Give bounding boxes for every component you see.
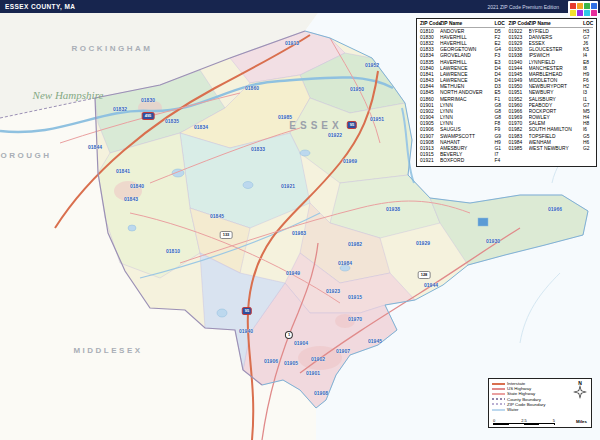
- zip-label-01832: 01832: [113, 106, 127, 112]
- page-title: ESSEX COUNTY, MA: [5, 3, 75, 10]
- legend-swatch: [492, 398, 505, 400]
- zip-label-01835: 01835: [165, 118, 179, 124]
- zip-code-table: ZIP CodeZIP NameLOC01810ANDOVERD501830HA…: [416, 18, 597, 167]
- zip-label-01913: 01913: [285, 40, 299, 46]
- legend-item: Water: [492, 407, 588, 412]
- highway-shield-495: 495: [142, 112, 155, 120]
- zip-label-01845: 01845: [210, 213, 224, 219]
- scale-bar-segments: [493, 423, 555, 426]
- zip-col-header: LOC: [583, 21, 593, 27]
- region-label: ESSEX: [289, 120, 342, 131]
- zip-label-01950: 01950: [350, 86, 364, 92]
- logo-cell: [591, 10, 597, 16]
- zip-table-column: ZIP CodeZIP NameLOC01810ANDOVERD501830HA…: [420, 21, 505, 164]
- map-document: ESSEX COUNTY, MA 2021 ZIP Code Premium E…: [0, 0, 600, 440]
- zip-col-header: LOC: [495, 21, 505, 27]
- zip-label-01901: 01901: [306, 370, 320, 376]
- logo-cell: [570, 10, 576, 16]
- zip-label-01930: 01930: [486, 238, 500, 244]
- zip-col-header: ZIP Name: [440, 21, 495, 27]
- brand-logo: [568, 1, 598, 17]
- edition-label: 2021 ZIP Code Premium Edition: [487, 4, 559, 10]
- compass-rose: N: [572, 381, 588, 403]
- top-bar: ESSEX COUNTY, MA 2021 ZIP Code Premium E…: [0, 0, 600, 13]
- legend-swatch: [492, 393, 505, 395]
- region-label: HILLSBOROUGH: [0, 151, 51, 160]
- zip-col-header: ZIP Code: [509, 21, 529, 27]
- highway-shield-128: 128: [418, 271, 431, 279]
- zip-label-01969: 01969: [343, 158, 357, 164]
- scale-bar: 02.55: [493, 419, 555, 426]
- zip-label-01921: 01921: [281, 183, 295, 189]
- zip-label-01938: 01938: [386, 206, 400, 212]
- zip-cell: F4: [495, 158, 505, 164]
- zip-label-01833: 01833: [251, 146, 265, 152]
- zip-label-01830: 01830: [141, 97, 155, 103]
- map-area: ROCKINGHAMHILLSBOROUGHNew HampshireESSEX…: [0, 13, 600, 440]
- zip-col-header: ZIP Name: [529, 21, 584, 27]
- logo-cell: [577, 3, 583, 9]
- zip-col-header: ZIP Code: [420, 21, 440, 27]
- zip-label-01905: 01905: [284, 360, 298, 366]
- scale-unit-label: Miles: [576, 419, 587, 424]
- zip-label-01843: 01843: [124, 196, 138, 202]
- logo-cell: [584, 3, 590, 9]
- zip-label-01923: 01923: [326, 288, 340, 294]
- highway-shield-133: 133: [220, 231, 233, 239]
- zip-label-01860: 01860: [245, 85, 259, 91]
- region-label: MIDDLESEX: [73, 346, 142, 355]
- zip-label-01834: 01834: [194, 124, 208, 130]
- zip-label-01906: 01906: [264, 358, 278, 364]
- zip-label-01966: 01966: [548, 206, 562, 212]
- zip-label-01982: 01982: [348, 241, 362, 247]
- legend-swatch: [492, 388, 505, 390]
- scale-tick: 2.5: [521, 419, 527, 423]
- zip-label-01940: 01940: [239, 328, 253, 334]
- zip-label-01904: 01904: [294, 340, 308, 346]
- map-legend: InterstateUS HighwayState HighwayCounty …: [488, 378, 592, 428]
- logo-cell: [584, 10, 590, 16]
- zip-label-01915: 01915: [348, 294, 362, 300]
- logo-cell: [570, 3, 576, 9]
- zip-cell: G2: [583, 146, 593, 152]
- zip-label-01944: 01944: [424, 282, 438, 288]
- zip-label-01929: 01929: [416, 240, 430, 246]
- zip-label-01907: 01907: [336, 348, 350, 354]
- zip-table-column: ZIP CodeZIP NameLOC01922BYFIELDH301923DA…: [509, 21, 594, 164]
- zip-table-header: ZIP CodeZIP NameLOC: [420, 21, 505, 28]
- region-label: New Hampshire: [33, 89, 104, 101]
- highway-shield-95: 95: [242, 307, 252, 315]
- zip-table-row: 01921BOXFORDF4: [420, 158, 505, 164]
- zip-table-row: 01985WEST NEWBURYG2: [509, 146, 594, 152]
- zip-label-01844: 01844: [88, 144, 102, 150]
- zip-cell: BOXFORD: [440, 158, 495, 164]
- zip-label-01841: 01841: [116, 168, 130, 174]
- zip-label-01945: 01945: [368, 338, 382, 344]
- zip-label-01949: 01949: [286, 270, 300, 276]
- zip-label-01952: 01952: [365, 62, 379, 68]
- zip-label-01840: 01840: [130, 183, 144, 189]
- logo-cell: [591, 3, 597, 9]
- zip-label-01985: 01985: [278, 114, 292, 120]
- zip-label-01983: 01983: [292, 230, 306, 236]
- zip-label-01902: 01902: [311, 356, 325, 362]
- compass-star-icon: [573, 385, 587, 399]
- zip-label-01970: 01970: [348, 316, 362, 322]
- zip-label-01951: 01951: [370, 116, 384, 122]
- zip-cell: 01985: [509, 146, 529, 152]
- zip-label-01908: 01908: [314, 390, 328, 396]
- legend-swatch: [492, 403, 505, 405]
- zip-label-01922: 01922: [328, 132, 342, 138]
- zip-table-header: ZIP CodeZIP NameLOC: [509, 21, 594, 28]
- zip-label-01810: 01810: [166, 248, 180, 254]
- logo-cell: [577, 10, 583, 16]
- legend-swatch: [492, 409, 505, 411]
- legend-swatch: [492, 383, 505, 385]
- zip-cell: 01921: [420, 158, 440, 164]
- scale-tick: 0: [493, 419, 495, 423]
- scale-tick: 5: [553, 419, 555, 423]
- zip-label-01984: 01984: [338, 260, 352, 266]
- region-label: ROCKINGHAM: [72, 44, 153, 53]
- zip-cell: WEST NEWBURY: [529, 146, 584, 152]
- legend-label: Water: [507, 407, 519, 412]
